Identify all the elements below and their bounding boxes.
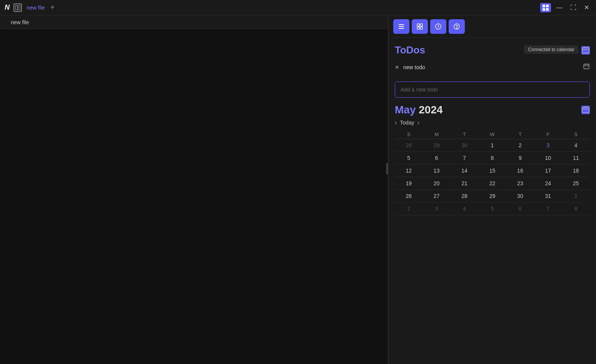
calendar-day-cell[interactable]: 9 [506, 152, 534, 165]
calendar-day-cell[interactable]: 22 [478, 177, 506, 190]
svg-rect-18 [584, 47, 585, 48]
calendar-day-cell[interactable]: 4 [562, 139, 590, 152]
svg-rect-9 [417, 24, 419, 26]
calendar-day-cell[interactable]: 25 [562, 177, 590, 190]
calendar-day-cell[interactable]: 29 [422, 139, 450, 152]
svg-rect-24 [582, 107, 589, 113]
calendar-day-cell[interactable]: 27 [422, 190, 450, 203]
todos-title: ToDos [395, 44, 425, 56]
svg-rect-11 [417, 27, 419, 29]
svg-rect-0 [15, 5, 17, 10]
toolbar-help-button[interactable] [449, 19, 465, 34]
editor-pane: new file [0, 15, 388, 364]
calendar-section: May 2024 ‹ Today › SMTWTFS [389, 98, 596, 364]
layout-icon[interactable] [540, 3, 551, 12]
calendar-day-cell[interactable]: 11 [562, 152, 590, 165]
calendar-day-cell[interactable]: 28 [395, 139, 422, 152]
calendar-day-cell[interactable]: 2 [506, 139, 534, 152]
calendar-day-cell[interactable]: 10 [534, 152, 562, 165]
toolbar-list-button[interactable] [393, 19, 409, 34]
calendar-day-cell[interactable]: 1 [478, 139, 506, 152]
calendar-day-cell[interactable]: 16 [506, 165, 534, 177]
calendar-connect-icon[interactable] [581, 106, 590, 114]
calendar-grid: SMTWTFS 28293012345678910111213141516171… [395, 130, 590, 215]
calendar-day-cell[interactable]: 26 [395, 190, 422, 203]
calendar-month-year: May 2024 [395, 104, 443, 116]
calendar-day-header: S [395, 130, 422, 139]
file-tab-title[interactable]: new file [27, 5, 45, 11]
maximize-button[interactable]: ⛶ [568, 3, 579, 12]
calendar-day-cell[interactable]: 14 [451, 165, 478, 177]
svg-rect-12 [420, 27, 422, 29]
calendar-day-cell[interactable]: 23 [506, 177, 534, 190]
calendar-day-cell[interactable]: 8 [562, 203, 590, 215]
svg-rect-3 [546, 5, 549, 7]
calendar-day-cell[interactable]: 3 [422, 203, 450, 215]
connected-tooltip: Connected to calendar [524, 45, 578, 54]
panel-toolbar [389, 15, 596, 38]
calendar-prev-button[interactable]: ‹ [395, 119, 397, 126]
calendar-day-cell[interactable]: 7 [534, 203, 562, 215]
svg-point-15 [456, 28, 457, 28]
todo-calendar-icon[interactable] [583, 63, 590, 71]
window-controls: — ⛶ ✕ [540, 3, 591, 12]
editor-body[interactable] [0, 29, 388, 364]
calendar-day-cell[interactable]: 8 [478, 152, 506, 165]
calendar-day-cell[interactable]: 5 [478, 203, 506, 215]
svg-rect-6 [399, 24, 404, 25]
todo-item: ✕ new todo [395, 61, 590, 74]
svg-rect-25 [582, 109, 589, 110]
calendar-year: 2024 [419, 104, 442, 116]
svg-rect-20 [584, 64, 589, 69]
todo-delete-button[interactable]: ✕ [395, 64, 399, 70]
calendar-day-cell[interactable]: 28 [451, 190, 478, 203]
calendar-day-cell[interactable]: 15 [478, 165, 506, 177]
title-bar: N new file + — ⛶ ✕ [0, 0, 596, 15]
calendar-day-cell[interactable]: 18 [562, 165, 590, 177]
calendar-day-cell[interactable]: 30 [451, 139, 478, 152]
calendar-day-cell[interactable]: 13 [422, 165, 450, 177]
calendar-month-name: May [395, 104, 416, 116]
todo-text: new todo [403, 64, 579, 70]
svg-rect-8 [399, 28, 404, 29]
calendar-day-cell[interactable]: 1 [562, 190, 590, 203]
svg-rect-2 [543, 5, 545, 7]
calendar-day-cell[interactable]: 20 [422, 177, 450, 190]
calendar-day-cell[interactable]: 6 [506, 203, 534, 215]
new-tab-button[interactable]: + [50, 3, 55, 12]
calendar-day-cell[interactable]: 7 [451, 152, 478, 165]
calendar-day-cell[interactable]: 24 [534, 177, 562, 190]
add-todo-input[interactable] [395, 82, 589, 97]
todos-connect-icon[interactable] [581, 46, 590, 55]
minimize-button[interactable]: — [554, 3, 565, 12]
toolbar-clock-button[interactable] [430, 19, 446, 34]
calendar-day-cell[interactable]: 17 [534, 165, 562, 177]
calendar-day-cell[interactable]: 2 [395, 203, 422, 215]
calendar-header: May 2024 [395, 104, 590, 116]
svg-rect-16 [582, 48, 589, 53]
calendar-today-button[interactable]: Today [400, 120, 414, 126]
calendar-day-cell[interactable]: 3 [534, 139, 562, 152]
svg-rect-19 [586, 47, 587, 48]
toolbar-checklist-button[interactable] [412, 19, 428, 34]
calendar-day-cell[interactable]: 6 [422, 152, 450, 165]
sidebar-toggle-icon[interactable] [13, 3, 22, 12]
calendar-next-button[interactable]: › [417, 119, 419, 126]
svg-rect-1 [18, 5, 20, 10]
calendar-day-cell[interactable]: 21 [451, 177, 478, 190]
right-panel: ToDos Connected to calendar ✕ new [388, 15, 596, 364]
calendar-day-cell[interactable]: 12 [395, 165, 422, 177]
scroll-thumb[interactable] [386, 163, 388, 175]
calendar-day-cell[interactable]: 29 [478, 190, 506, 203]
calendar-day-cell[interactable]: 19 [395, 177, 422, 190]
editor-tab-bar: new file [0, 15, 388, 29]
calendar-day-cell[interactable]: 5 [395, 152, 422, 165]
close-button[interactable]: ✕ [582, 3, 591, 12]
calendar-day-cell[interactable]: 30 [506, 190, 534, 203]
calendar-day-header: F [534, 130, 562, 139]
calendar-day-cell[interactable]: 31 [534, 190, 562, 203]
calendar-day-cell[interactable]: 4 [451, 203, 478, 215]
calendar-nav: ‹ Today › [395, 119, 590, 126]
todos-section: ToDos Connected to calendar ✕ new [389, 38, 596, 78]
editor-tab[interactable]: new file [6, 19, 33, 25]
